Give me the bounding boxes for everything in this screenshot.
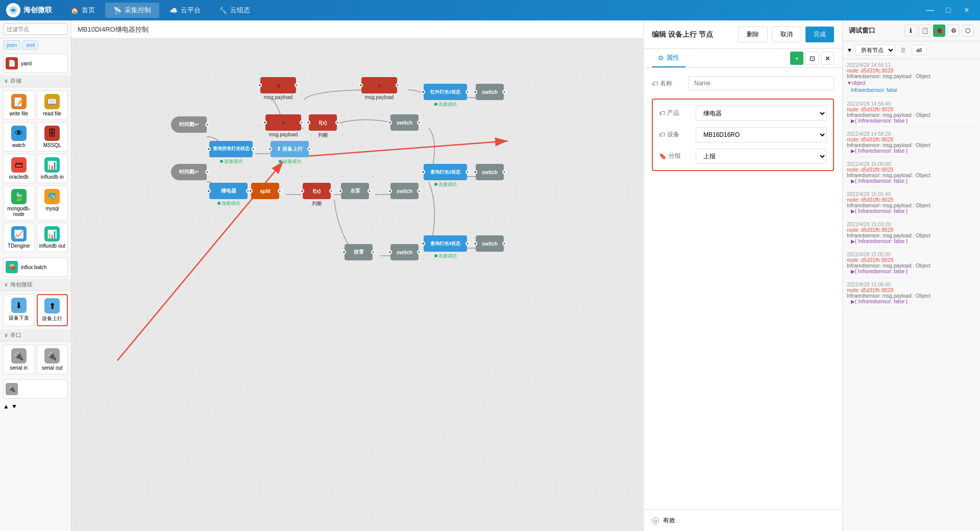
sidebar-node-serialin[interactable]: 🔌 serial in	[3, 345, 35, 374]
canvas-node-query-lights[interactable]: 查询所有灯光状态 连接成功	[209, 141, 253, 165]
done-button[interactable]: 完成	[805, 27, 834, 42]
tab-icon-copy[interactable]: ⊡	[805, 52, 819, 65]
canvas-node-switch3[interactable]: switch	[390, 244, 419, 260]
cloud-icon: ☁️	[169, 7, 178, 14]
debug-info-btn[interactable]: ℹ	[904, 25, 917, 37]
canvas-node-ir-status2[interactable]: 查询灯光2状态 连接成功	[424, 164, 467, 188]
nav-collect[interactable]: 📡 采集控制	[105, 3, 159, 18]
logo-icon	[6, 3, 20, 17]
entry3-object: ▶{ Infraredsensor: false }	[851, 148, 976, 154]
canvas-node-switch-bot[interactable]: switch	[476, 235, 504, 252]
canvas-node-device-up[interactable]: ⬆ 设备上行 连接成功	[271, 141, 309, 165]
entry4-key: Infraredsensor: msg.payload : Object	[847, 173, 976, 178]
canvas-node-switch2[interactable]: switch	[390, 183, 419, 199]
node-status: 连接成功	[217, 200, 240, 207]
canvas-node-relay[interactable]: 继电器 连接成功	[209, 183, 248, 207]
canvas-tab-label[interactable]: MB10DI4RO继电器控制	[78, 25, 149, 34]
node-label: 查询灯光2状态	[430, 169, 460, 176]
node-label: ⬆ 设备上行	[277, 146, 303, 153]
sidebar-node-deviceup[interactable]: ⬆ 设备上行	[37, 294, 68, 326]
tab-icon-settings[interactable]: ✕	[821, 52, 834, 65]
name-input[interactable]	[689, 76, 834, 90]
canvas-node-msgpayload-top2[interactable]: 🐞 msg.payload	[361, 77, 397, 100]
canvas-node-msgpayload1[interactable]: 🐞 msg.payload	[265, 114, 301, 137]
editor-tab-icons: + ⊡ ✕	[790, 52, 834, 65]
entry7-key: Infraredsensor: msg.payload : Object	[847, 263, 976, 269]
debug-gear-btn[interactable]: ⚙	[947, 25, 960, 37]
node-status: 连接成功	[279, 158, 301, 165]
product-select[interactable]: 继电器	[696, 106, 827, 121]
debug-code-btn[interactable]: 📋	[919, 25, 931, 37]
sidebar-node-serial-extra[interactable]: 🔌	[3, 379, 68, 399]
canvas-node-msgpayload-top[interactable]: 🐞 msg.payload	[260, 77, 296, 100]
debug-bug-btn[interactable]: 🐞	[933, 25, 945, 37]
node-label: 红外灯光1状态	[430, 89, 460, 95]
node-label: switch	[482, 170, 498, 175]
tab-icon-add[interactable]: +	[790, 52, 803, 65]
delete-button[interactable]: 删除	[738, 27, 768, 42]
scroll-up-btn[interactable]: ▲	[3, 403, 9, 410]
filter-xml[interactable]: xml	[22, 40, 38, 50]
canvas-node-switch-top[interactable]: switch	[476, 84, 504, 100]
sidebar-node-readfile[interactable]: 📖 read file	[37, 90, 68, 120]
port-right	[295, 83, 299, 87]
group-control: 上报	[696, 149, 827, 164]
port-right	[329, 189, 333, 193]
sidebar-node-oracledb[interactable]: 🗃 oracledb	[3, 154, 35, 183]
nav-cloudstate[interactable]: 🔧 云组态	[211, 3, 258, 18]
debug-filter-select[interactable]: 所有节点	[855, 44, 895, 56]
canvas-node-ir-status1[interactable]: 红外灯光1状态 连接成功	[424, 84, 467, 108]
canvas-node-switch-mid[interactable]: switch	[476, 164, 504, 180]
node-status: 连接成功	[434, 181, 457, 188]
debug-entry-7: 2022/4/28 15:05:00 node: d5d31ffc:8029 I…	[847, 252, 976, 278]
app-logo: 海创微联	[6, 3, 52, 17]
mssql-icon: 🗄	[48, 129, 56, 138]
scroll-down-btn[interactable]: ▼	[11, 403, 17, 410]
port-left	[473, 170, 477, 174]
canvas-node-water[interactable]: 水泵	[341, 183, 369, 199]
canvas-node-inject2[interactable]: 时间戳↩	[171, 164, 207, 180]
sidebar-node-watch[interactable]: 👁 watch	[3, 122, 35, 152]
canvas-node-ir-status3[interactable]: 查询灯光3状态 连接成功	[424, 235, 467, 259]
debug-expand-btn[interactable]: ⬡	[962, 25, 974, 37]
canvas-node-inject1[interactable]: 时间戳↩	[171, 116, 207, 133]
sidebar-node-yaml[interactable]: 📄 yaml	[3, 54, 68, 73]
clear-all-btn[interactable]: all	[912, 45, 926, 55]
close-icon[interactable]: ×	[960, 3, 974, 17]
debug-entry-1: 2022/4/28 14:55:11 node: d5d31ffc:8029 I…	[847, 62, 976, 97]
group-select[interactable]: 上报	[696, 149, 827, 164]
nav-cloud[interactable]: ☁️ 云平台	[161, 3, 209, 18]
sidebar-node-devicedown[interactable]: ⬇ 设备下发	[3, 294, 35, 326]
canvas-node-judge2[interactable]: f(x) 判断	[303, 183, 331, 207]
minimize-icon[interactable]: —	[923, 3, 937, 17]
entry4-timestamp: 2022/4/28 15:00:00	[847, 161, 976, 167]
sidebar-node-influxout[interactable]: 📊 influxdb out	[37, 223, 68, 252]
canvas-node-zero[interactable]: 校零	[345, 244, 373, 260]
canvas-node-judge1[interactable]: f(x) 判断	[309, 114, 337, 139]
sidebar-node-mongodb[interactable]: 🍃 mongodb-node	[3, 185, 35, 221]
sidebar-node-influxbatch[interactable]: 📦 influx batch	[3, 257, 68, 277]
cancel-button[interactable]: 取消	[772, 27, 801, 42]
search-input[interactable]	[3, 23, 68, 35]
editor-actions: 删除 取消 完成	[738, 27, 834, 42]
sidebar-node-writefile[interactable]: 📝 write file	[3, 90, 35, 120]
sidebar-node-influxdb-in[interactable]: 📊 influxdb in	[37, 154, 68, 183]
port-chevron: ∨	[4, 332, 8, 339]
node-label: switch	[397, 188, 412, 194]
device-select[interactable]: MB16D16RO	[696, 127, 827, 142]
sidebar-node-mssql[interactable]: 🗄 MSSQL	[37, 122, 68, 152]
sidebar-node-mysql[interactable]: 🐬 mysql	[37, 185, 68, 221]
filter-json[interactable]: json	[3, 40, 20, 50]
port-left	[388, 120, 392, 125]
node-label: 🐞	[275, 83, 281, 88]
canvas-content[interactable]: 🐞 msg.payload 时间戳↩ 🐞 msg.payl	[71, 39, 643, 531]
nav-home[interactable]: 🏠 首页	[62, 3, 103, 18]
serialin-label: serial in	[10, 365, 28, 371]
canvas-node-split[interactable]: split	[251, 183, 279, 199]
tab-properties[interactable]: ⚙ 属性	[652, 49, 685, 67]
sidebar-node-serialout[interactable]: 🔌 serial out	[37, 345, 68, 374]
restore-icon[interactable]: □	[941, 3, 955, 17]
filter-separator: 🗑	[900, 46, 906, 54]
sidebar-node-tdengine[interactable]: 📈 TDengine	[3, 223, 35, 252]
canvas-node-switch1[interactable]: switch	[390, 114, 419, 131]
